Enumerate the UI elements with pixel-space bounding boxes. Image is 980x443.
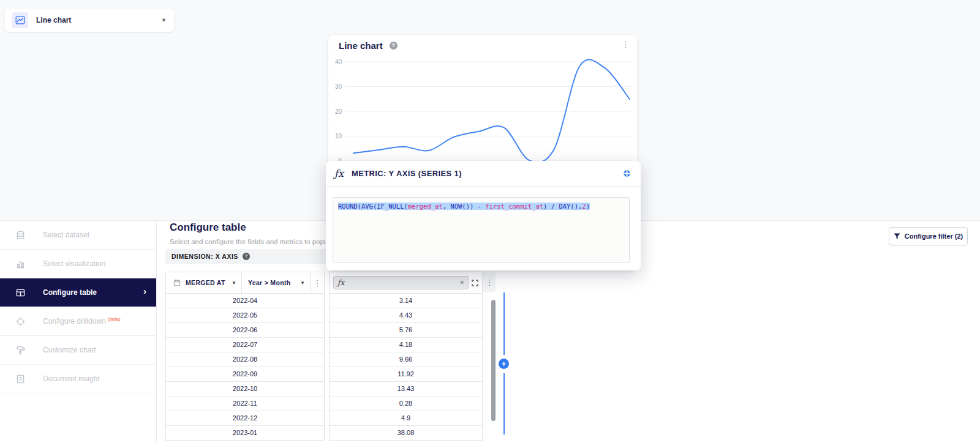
table-row[interactable]: 4.9	[330, 411, 482, 426]
table-row[interactable]: 13.43	[330, 382, 482, 396]
table-row[interactable]: 2022-08	[166, 352, 324, 367]
help-icon[interactable]: ?	[390, 42, 398, 50]
chevron-down-icon: ▼	[232, 280, 236, 286]
metric-formula-modal: ƒx METRIC: Y AXIS (SERIES 1) ROUND(AVG(I…	[326, 161, 641, 270]
clear-icon[interactable]: ✕	[459, 280, 464, 286]
sidebar-item-label: Configure table	[43, 288, 97, 297]
dimension-rows: 2022-042022-052022-062022-072022-082022-…	[166, 294, 324, 440]
collapse-icon[interactable]	[622, 169, 631, 178]
app-page: Line chart ▼ 010203040 Line chart ? ⋮ ƒx…	[0, 0, 980, 443]
sidebar-item-document-insight[interactable]: Document insight	[0, 365, 156, 393]
sidebar-item-configure-table[interactable]: Configure table›	[0, 278, 156, 307]
kebab-menu-icon: ⋮	[314, 278, 322, 288]
table-row[interactable]: 38.08	[330, 426, 482, 440]
table-row[interactable]: 2022-06	[166, 323, 324, 338]
bar-chart-icon	[16, 259, 26, 269]
help-icon[interactable]: ?	[243, 253, 250, 260]
table-row[interactable]: 4.43	[330, 308, 482, 323]
dimension-column-menu[interactable]: ⋮	[311, 272, 324, 293]
table-row[interactable]: 0.28	[330, 396, 482, 411]
expand-icon[interactable]	[472, 280, 478, 286]
svg-text:40: 40	[335, 59, 342, 65]
table-row[interactable]: 4.18	[330, 338, 482, 352]
svg-text:20: 20	[335, 108, 342, 115]
granularity-label: Year > Month	[248, 279, 290, 286]
document-icon	[16, 374, 26, 384]
chevron-down-icon: ▼	[161, 17, 167, 23]
page-title: Configure table	[170, 222, 246, 234]
svg-text:30: 30	[335, 83, 342, 90]
add-column-guide-line	[503, 292, 505, 355]
dimension-field-label: MERGED AT	[186, 279, 225, 286]
kebab-menu-icon: ⋮	[486, 278, 494, 287]
dimension-field-dropdown[interactable]: MERGED AT ▼	[166, 272, 242, 293]
table-row[interactable]: 2022-07	[166, 338, 324, 352]
table-row[interactable]: 2022-12	[166, 411, 324, 426]
page-subtitle: Select and configure the fields and metr…	[170, 238, 349, 245]
table-row[interactable]: 2022-11	[166, 396, 324, 411]
sidebar-item-label: Select visualization	[43, 259, 105, 268]
chevron-right-icon: ›	[143, 286, 146, 296]
metric-table: ƒx ✕ 3.144.435.764.189.6611.9213.430.284…	[329, 272, 483, 441]
beta-badge: (beta)	[108, 316, 121, 322]
drilldown-icon	[16, 317, 26, 326]
line-chart-icon	[12, 12, 28, 28]
fx-icon: ƒx	[334, 168, 344, 179]
table-row[interactable]: 2022-09	[166, 367, 324, 382]
sidebar-item-configure-drilldown[interactable]: Configure drilldown(beta)	[0, 307, 156, 336]
sidebar: Select datasetSelect visualizationConfig…	[0, 221, 157, 443]
fx-placeholder: ƒx	[337, 278, 344, 287]
table-row[interactable]: 5.76	[330, 323, 482, 338]
add-column-guide-line	[503, 373, 505, 434]
metric-column-menu[interactable]: ⋮	[483, 272, 496, 292]
sidebar-item-customize-chart[interactable]: Customize chart	[0, 336, 156, 365]
configure-filter-button[interactable]: Configure filter (2)	[889, 227, 968, 245]
kebab-menu-icon[interactable]: ⋮	[622, 40, 630, 49]
chart-type-selector[interactable]: Line chart ▼	[5, 9, 174, 32]
sidebar-item-label: Document insight	[43, 374, 100, 383]
formula-editor[interactable]: ROUND(AVG(IF_NULL(merged_at, NOW()) - fi…	[333, 197, 630, 262]
dimension-table: MERGED AT ▼ Year > Month ▼ ⋮ 2022-042022…	[165, 272, 325, 441]
sidebar-item-label: Configure drilldown	[43, 317, 106, 326]
table-row[interactable]: 2022-05	[166, 308, 324, 323]
calendar-icon	[173, 279, 181, 286]
vertical-scrollbar[interactable]	[491, 300, 496, 421]
formula-selected-text: ROUND(AVG(IF_NULL(merged_at, NOW()) - fi…	[338, 203, 590, 210]
table-row[interactable]: 3.14	[330, 294, 482, 308]
sidebar-item-select-visualization[interactable]: Select visualization	[0, 250, 156, 278]
table-row[interactable]: 2023-01	[166, 426, 324, 440]
granularity-dropdown[interactable]: Year > Month ▼	[242, 272, 311, 293]
add-column-button[interactable]: +	[499, 359, 509, 369]
filter-icon	[894, 233, 900, 240]
sidebar-item-select-dataset[interactable]: Select dataset	[0, 221, 156, 250]
table-row[interactable]: 2022-04	[166, 294, 324, 308]
sidebar-item-label: Customize chart	[43, 346, 96, 354]
paint-roller-icon	[16, 346, 26, 355]
table-row[interactable]: 9.66	[330, 352, 482, 367]
chart-type-label: Line chart	[36, 16, 71, 24]
chart-title: Line chart	[339, 40, 383, 51]
svg-text:10: 10	[335, 133, 342, 140]
dimension-label: DIMENSION: X AXIS	[172, 253, 238, 260]
sidebar-item-label: Select dataset	[43, 231, 89, 239]
filter-button-label: Configure filter (2)	[905, 233, 963, 240]
table-row[interactable]: 2022-10	[166, 382, 324, 396]
table-row[interactable]: 11.92	[330, 367, 482, 382]
metric-rows: 3.144.435.764.189.6611.9213.430.284.938.…	[330, 294, 482, 440]
database-icon	[16, 231, 26, 240]
table-icon	[16, 288, 26, 297]
metric-formula-input[interactable]: ƒx ✕	[333, 276, 469, 289]
chevron-down-icon: ▼	[300, 280, 305, 286]
modal-title: METRIC: Y AXIS (SERIES 1)	[352, 169, 462, 178]
